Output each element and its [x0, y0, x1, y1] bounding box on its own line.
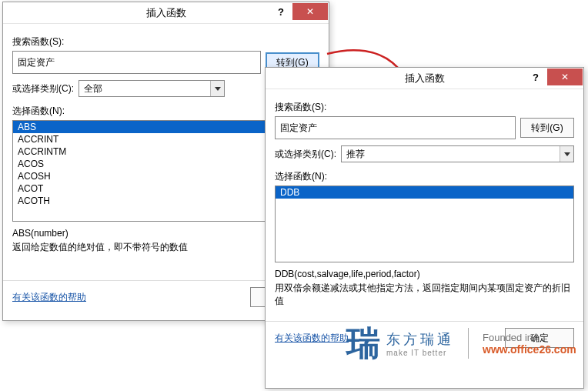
- category-row: 或选择类别(C): 推荐: [275, 145, 574, 162]
- dialog-title: 插入函数: [146, 6, 186, 20]
- category-combo[interactable]: 推荐: [341, 145, 574, 162]
- category-label: 或选择类别(C):: [12, 82, 74, 95]
- titlebar[interactable]: 插入函数 ? ✕: [266, 68, 583, 89]
- site-text: www.office26.com: [483, 343, 576, 356]
- select-function-label: 选择函数(N):: [275, 170, 574, 183]
- logo-glyph: 瑞: [346, 321, 380, 366]
- close-button[interactable]: ✕: [547, 69, 583, 85]
- function-signature: DDB(cost,salvage,life,period,factor): [275, 269, 574, 279]
- list-item[interactable]: DDB: [276, 186, 573, 199]
- watermark-logo: 瑞 东方瑞通 make IT better Founded in www.off…: [346, 316, 577, 371]
- titlebar[interactable]: 插入函数 ? ✕: [3, 2, 329, 24]
- function-listbox[interactable]: DDB: [275, 185, 574, 262]
- help-link[interactable]: 有关该函数的帮助: [275, 332, 349, 345]
- chevron-down-icon[interactable]: [560, 146, 573, 162]
- go-button[interactable]: 转到(G): [520, 118, 574, 138]
- separator: [468, 328, 469, 359]
- chevron-down-icon[interactable]: [210, 81, 224, 96]
- search-input[interactable]: [12, 51, 261, 74]
- category-value: 推荐: [341, 145, 574, 162]
- founded-text: Founded in: [483, 332, 576, 343]
- logo-en: make IT better: [386, 349, 454, 357]
- description-area: DDB(cost,salvage,life,period,factor) 用双倍…: [275, 269, 574, 313]
- logo-cn: 东方瑞通: [386, 330, 454, 349]
- logo-text: 东方瑞通 make IT better: [386, 330, 454, 357]
- close-icon: ✕: [306, 6, 314, 17]
- function-description: 用双倍余额递减法或其他指定方法，返回指定期间内某项固定资产的折旧值: [275, 282, 574, 308]
- titlebar-buttons: ? ✕: [269, 2, 329, 24]
- search-input[interactable]: [275, 116, 516, 139]
- search-label: 搜索函数(S):: [275, 101, 574, 114]
- category-value: 全部: [79, 80, 225, 97]
- search-label: 搜索函数(S):: [12, 35, 319, 48]
- category-combo[interactable]: 全部: [79, 80, 225, 97]
- logo-right: Founded in www.office26.com: [483, 332, 576, 356]
- help-button[interactable]: ?: [269, 3, 292, 20]
- help-button[interactable]: ?: [524, 69, 547, 85]
- close-button[interactable]: ✕: [292, 3, 328, 20]
- search-row: 转到(G): [275, 116, 574, 139]
- category-label: 或选择类别(C):: [275, 148, 336, 161]
- dialog-body: 搜索函数(S): 转到(G) 或选择类别(C): 推荐 选择函数(N): DDB…: [266, 89, 583, 321]
- close-icon: ✕: [561, 72, 569, 82]
- titlebar-buttons: ? ✕: [524, 68, 583, 89]
- help-link[interactable]: 有关该函数的帮助: [12, 291, 86, 304]
- dialog-title: 插入函数: [405, 72, 445, 85]
